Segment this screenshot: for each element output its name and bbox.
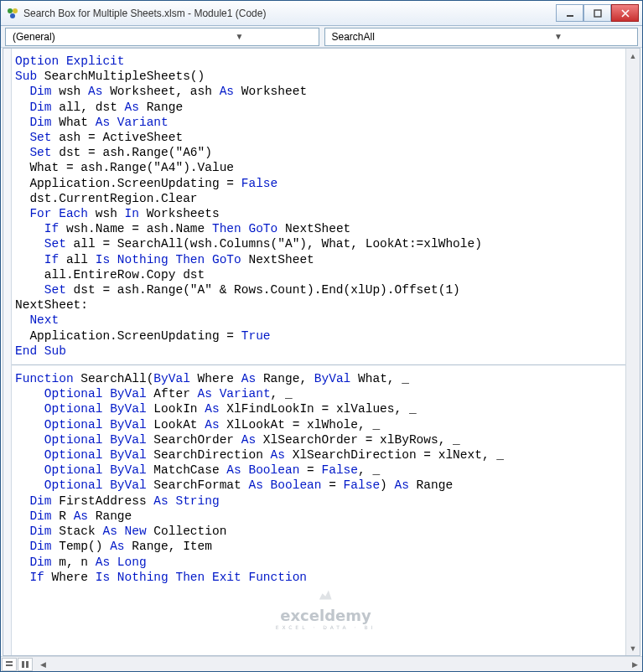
procedure-dropdown[interactable]: SearchAll ▼ [324,28,639,46]
window-title: Search Box for Multiple Sheets.xlsm - Mo… [23,8,556,19]
svg-point-1 [13,8,18,13]
chevron-down-icon: ▼ [483,32,634,41]
object-proc-bar: (General) ▼ SearchAll ▼ [1,26,642,48]
code-editor[interactable]: Option Explicit Sub SearchMultipleSheets… [12,49,640,364]
svg-rect-4 [594,10,601,17]
scrollbar-track[interactable] [50,657,628,671]
scroll-up-icon[interactable]: ▲ [626,49,640,63]
svg-rect-6 [6,664,13,666]
procedure-dropdown-value: SearchAll [332,31,483,43]
minimize-button[interactable] [556,4,583,22]
svg-point-2 [10,13,15,18]
svg-point-0 [8,8,13,13]
svg-rect-5 [6,661,13,663]
app-icon [6,7,19,20]
chevron-down-icon: ▼ [163,32,314,41]
svg-rect-8 [26,661,29,668]
scrollbar-track[interactable] [626,63,640,641]
object-dropdown[interactable]: (General) ▼ [5,28,319,46]
watermark-brand: exceldemy [276,607,376,624]
margin-indicator [3,49,12,655]
scroll-down-icon[interactable]: ▼ [626,641,640,655]
titlebar: Search Box for Multiple Sheets.xlsm - Mo… [1,1,642,26]
statusbar: ◀ ▶ [1,656,642,671]
horizontal-scrollbar[interactable]: ◀ ▶ [36,657,642,671]
svg-rect-3 [567,15,573,17]
procedure-view-button[interactable] [2,658,17,671]
maximize-button[interactable] [583,4,611,22]
svg-rect-7 [22,661,24,668]
vertical-scrollbar[interactable]: ▲ ▼ [625,49,640,655]
scroll-right-icon[interactable]: ▶ [628,657,642,671]
watermark: exceldemy EXCEL · DATA · BI [276,586,376,630]
object-dropdown-value: (General) [13,31,163,43]
watermark-tag: EXCEL · DATA · BI [276,624,376,630]
code-pane: Option Explicit Sub SearchMultipleSheets… [3,48,640,656]
full-module-view-button[interactable] [18,658,33,671]
scroll-left-icon[interactable]: ◀ [36,657,50,671]
close-button[interactable] [611,4,639,22]
